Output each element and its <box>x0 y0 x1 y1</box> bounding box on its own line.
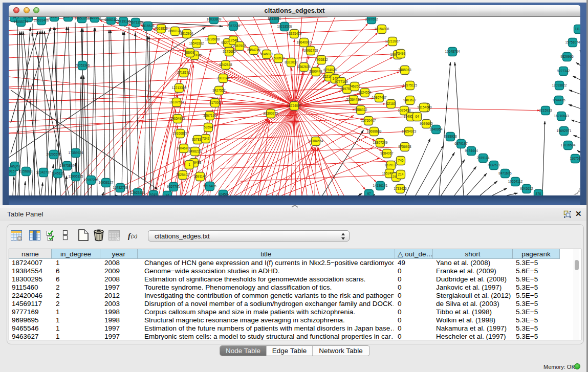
svg-text:8322037: 8322037 <box>285 60 298 64</box>
svg-text:214: 214 <box>398 172 404 176</box>
svg-text:7515526: 7515526 <box>141 24 155 28</box>
svg-text:12905135: 12905135 <box>69 174 83 178</box>
svg-text:9046: 9046 <box>25 17 32 19</box>
svg-text:1733426: 1733426 <box>394 187 407 190</box>
svg-text:1847: 1847 <box>51 17 58 18</box>
svg-text:9474444: 9474444 <box>465 149 478 152</box>
svg-text:16154808: 16154808 <box>375 27 389 31</box>
svg-text:9245652: 9245652 <box>520 187 533 190</box>
svg-text:1990448: 1990448 <box>309 70 322 73</box>
svg-text:3215933: 3215933 <box>539 108 552 112</box>
svg-text:23300275: 23300275 <box>264 112 278 115</box>
svg-text:98908: 98908 <box>185 51 194 54</box>
svg-text:746266: 746266 <box>349 84 360 88</box>
svg-text:9245: 9245 <box>150 193 158 195</box>
svg-text:19384554: 19384554 <box>309 139 323 143</box>
svg-text:53594: 53594 <box>204 125 213 129</box>
svg-text:92450: 92450 <box>219 192 228 195</box>
svg-text:20206576: 20206576 <box>47 152 61 156</box>
svg-text:1112: 1112 <box>575 27 580 31</box>
svg-text:10807487: 10807487 <box>372 96 387 99</box>
svg-text:7357224: 7357224 <box>227 24 240 28</box>
svg-text:2087682: 2087682 <box>365 17 378 21</box>
svg-text:12213309: 12213309 <box>172 86 187 90</box>
svg-text:18724007: 18724007 <box>287 104 302 107</box>
svg-text:1615137: 1615137 <box>384 163 398 167</box>
svg-text:7342: 7342 <box>202 137 210 140</box>
svg-text:15751074: 15751074 <box>565 40 580 44</box>
svg-text:12923488: 12923488 <box>130 191 145 194</box>
svg-text:8471676: 8471676 <box>498 171 512 175</box>
svg-text:3175685: 3175685 <box>223 50 236 53</box>
svg-text:14: 14 <box>12 17 16 19</box>
svg-text:18807249: 18807249 <box>373 141 388 144</box>
svg-text:21364436: 21364436 <box>346 98 361 101</box>
svg-text:17359924: 17359924 <box>69 151 83 155</box>
svg-text:10653267: 10653267 <box>75 17 90 20</box>
svg-text:73493: 73493 <box>396 52 405 55</box>
svg-text:7485063: 7485063 <box>398 68 411 72</box>
svg-text:9227342: 9227342 <box>557 69 570 73</box>
svg-text:1: 1 <box>188 163 190 166</box>
svg-text:12342737: 12342737 <box>36 170 51 174</box>
svg-text:8498222: 8498222 <box>188 149 202 153</box>
svg-text:7625402: 7625402 <box>176 173 189 177</box>
svg-text:2803144: 2803144 <box>216 76 230 80</box>
svg-text:3124554: 3124554 <box>358 91 372 94</box>
svg-text:8813054: 8813054 <box>268 17 281 20</box>
svg-text:16671355: 16671355 <box>128 20 143 24</box>
svg-text:16210643: 16210643 <box>554 114 569 118</box>
svg-text:2367608: 2367608 <box>233 44 246 48</box>
svg-text:9756928: 9756928 <box>398 145 411 148</box>
svg-text:1145119: 1145119 <box>52 171 64 175</box>
svg-text:8454749: 8454749 <box>247 48 260 52</box>
svg-text:10958127: 10958127 <box>99 181 114 184</box>
svg-text:10648784: 10648784 <box>445 50 460 53</box>
svg-text:12975115: 12975115 <box>403 83 418 87</box>
svg-text:17957255: 17957255 <box>84 178 99 182</box>
svg-text:9699695: 9699695 <box>420 122 433 125</box>
svg-text:1025438: 1025438 <box>398 108 411 112</box>
svg-text:18226058: 18226058 <box>205 37 220 41</box>
svg-text:13325419: 13325419 <box>287 32 302 35</box>
svg-text:2718176: 2718176 <box>177 71 190 74</box>
svg-text:19654923: 19654923 <box>402 129 417 133</box>
svg-text:19654985: 19654985 <box>170 117 185 120</box>
svg-text:17016504: 17016504 <box>561 143 576 147</box>
svg-text:9146821: 9146821 <box>260 52 273 56</box>
svg-text:62160: 62160 <box>386 102 396 105</box>
svg-text:16107554: 16107554 <box>169 100 184 104</box>
svg-text:9084067: 9084067 <box>380 151 394 155</box>
svg-text:1588520: 1588520 <box>272 56 285 60</box>
svg-text:18640910: 18640910 <box>297 40 312 44</box>
svg-text:9115460: 9115460 <box>418 105 430 109</box>
svg-text:6794028: 6794028 <box>323 68 337 72</box>
svg-text:1640954: 1640954 <box>429 127 443 131</box>
svg-text:9463627: 9463627 <box>403 98 417 102</box>
svg-text:2935114: 2935114 <box>477 156 490 160</box>
svg-text:1362615: 1362615 <box>297 65 311 69</box>
svg-text:1691144: 1691144 <box>194 174 207 178</box>
svg-text:16782759: 16782759 <box>113 186 128 189</box>
svg-text:9329966: 9329966 <box>560 55 574 58</box>
svg-text:64: 64 <box>415 115 419 118</box>
svg-text:10975867: 10975867 <box>60 164 75 167</box>
svg-text:8938928: 8938928 <box>444 135 457 138</box>
svg-text:14136141: 14136141 <box>373 184 388 187</box>
svg-text:1527602: 1527602 <box>88 17 101 19</box>
svg-text:7632621: 7632621 <box>487 163 500 167</box>
svg-text:12093822: 12093822 <box>552 83 567 87</box>
svg-text:8912954: 8912954 <box>180 32 193 35</box>
svg-text:1244415: 1244415 <box>552 98 565 102</box>
svg-text:7663822: 7663822 <box>155 27 168 30</box>
svg-text:34: 34 <box>165 193 169 195</box>
svg-text:746: 746 <box>398 159 404 162</box>
svg-text:8660124: 8660124 <box>168 29 182 33</box>
svg-text:15720407: 15720407 <box>361 119 376 122</box>
svg-text:19218506: 19218506 <box>277 25 292 28</box>
svg-text:16961758: 16961758 <box>303 49 318 52</box>
svg-text:6879197: 6879197 <box>454 142 468 145</box>
svg-text:10688609: 10688609 <box>367 129 382 133</box>
svg-text:876: 876 <box>536 192 541 195</box>
svg-text:1156829: 1156829 <box>20 169 33 173</box>
